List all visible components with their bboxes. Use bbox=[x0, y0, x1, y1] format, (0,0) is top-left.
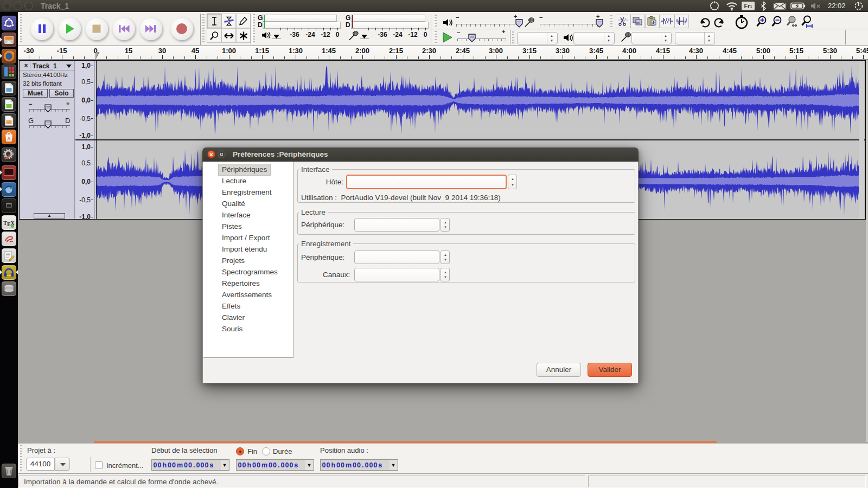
svg-text:A: A bbox=[7, 136, 11, 142]
